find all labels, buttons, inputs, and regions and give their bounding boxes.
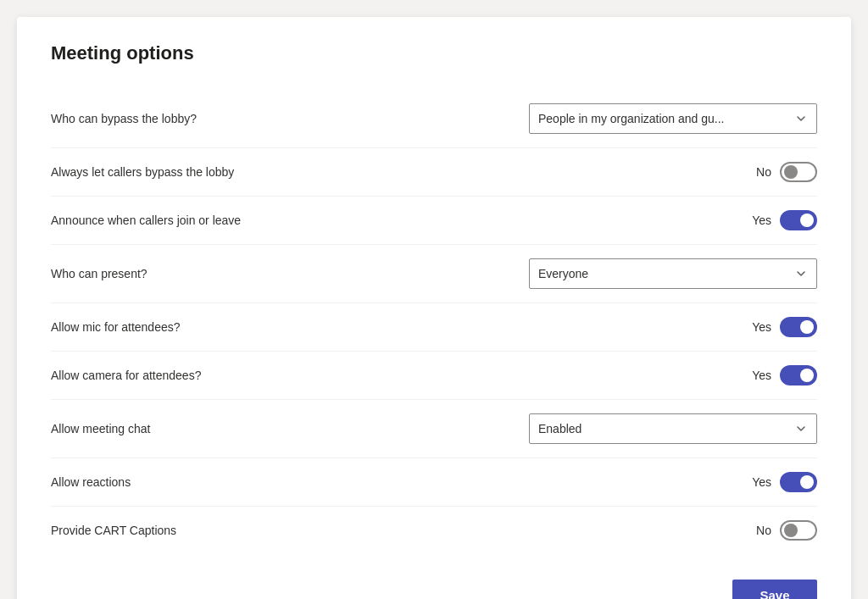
option-control-allow-mic: Yes xyxy=(495,317,817,337)
option-row-always-bypass: Always let callers bypass the lobby No xyxy=(51,148,817,197)
save-button[interactable]: Save xyxy=(732,580,817,599)
toggle-label-announce-callers: Yes xyxy=(752,214,771,227)
bypass-lobby-value: People in my organization and gu... xyxy=(538,112,724,125)
toggle-label-allow-mic: Yes xyxy=(752,320,771,334)
option-row-bypass-lobby: Who can bypass the lobby? People in my o… xyxy=(51,90,817,148)
option-label-who-can-present: Who can present? xyxy=(51,267,147,280)
option-row-allow-mic: Allow mic for attendees? Yes xyxy=(51,303,817,352)
bypass-lobby-chevron-icon xyxy=(794,112,808,125)
cart-captions-thumb xyxy=(784,524,798,537)
toggle-label-allow-reactions: Yes xyxy=(752,475,771,489)
allow-reactions-thumb xyxy=(800,475,814,489)
option-label-allow-mic: Allow mic for attendees? xyxy=(51,320,181,334)
always-bypass-toggle[interactable] xyxy=(780,162,817,182)
who-can-present-value: Everyone xyxy=(538,267,588,280)
cart-captions-toggle[interactable] xyxy=(780,520,817,541)
allow-mic-thumb xyxy=(800,320,814,334)
option-label-always-bypass: Always let callers bypass the lobby xyxy=(51,165,234,179)
option-label-cart-captions: Provide CART Captions xyxy=(51,524,176,537)
option-row-announce-callers: Announce when callers join or leave Yes xyxy=(51,197,817,245)
who-can-present-chevron-icon xyxy=(794,267,808,280)
always-bypass-track xyxy=(780,162,817,182)
always-bypass-thumb xyxy=(784,165,798,179)
toggle-label-cart-captions: No xyxy=(756,524,771,537)
bypass-lobby-dropdown[interactable]: People in my organization and gu... xyxy=(529,103,817,134)
page-title: Meeting options xyxy=(51,42,817,64)
meeting-chat-chevron-icon xyxy=(794,422,808,435)
allow-camera-thumb xyxy=(800,369,814,382)
option-control-bypass-lobby: People in my organization and gu... xyxy=(495,103,817,134)
allow-mic-track xyxy=(780,317,817,337)
option-control-allow-camera: Yes xyxy=(495,365,817,385)
option-control-always-bypass: No xyxy=(495,162,817,182)
option-control-cart-captions: No xyxy=(495,520,817,541)
option-label-meeting-chat: Allow meeting chat xyxy=(51,422,151,435)
footer: Save xyxy=(51,580,817,599)
announce-callers-toggle[interactable] xyxy=(780,210,817,230)
who-can-present-dropdown[interactable]: Everyone xyxy=(529,258,817,289)
meeting-options-panel: Meeting options Who can bypass the lobby… xyxy=(17,17,851,599)
option-row-meeting-chat: Allow meeting chat Enabled xyxy=(51,400,817,458)
option-row-allow-reactions: Allow reactions Yes xyxy=(51,458,817,507)
allow-reactions-toggle[interactable] xyxy=(780,472,817,492)
meeting-chat-dropdown[interactable]: Enabled xyxy=(529,413,817,444)
options-list: Who can bypass the lobby? People in my o… xyxy=(51,90,817,554)
option-row-who-can-present: Who can present? Everyone xyxy=(51,245,817,303)
allow-reactions-track xyxy=(780,472,817,492)
toggle-label-allow-camera: Yes xyxy=(752,369,771,382)
allow-camera-track xyxy=(780,365,817,385)
allow-camera-toggle[interactable] xyxy=(780,365,817,385)
option-control-who-can-present: Everyone xyxy=(495,258,817,289)
option-label-allow-camera: Allow camera for attendees? xyxy=(51,369,201,382)
option-control-announce-callers: Yes xyxy=(495,210,817,230)
option-row-cart-captions: Provide CART Captions No xyxy=(51,507,817,554)
announce-callers-track xyxy=(780,210,817,230)
cart-captions-track xyxy=(780,520,817,541)
toggle-label-always-bypass: No xyxy=(756,165,771,179)
option-label-announce-callers: Announce when callers join or leave xyxy=(51,214,241,227)
meeting-chat-value: Enabled xyxy=(538,422,581,435)
allow-mic-toggle[interactable] xyxy=(780,317,817,337)
announce-callers-thumb xyxy=(800,214,814,227)
option-control-allow-reactions: Yes xyxy=(495,472,817,492)
option-label-bypass-lobby: Who can bypass the lobby? xyxy=(51,112,197,125)
option-label-allow-reactions: Allow reactions xyxy=(51,475,131,489)
option-row-allow-camera: Allow camera for attendees? Yes xyxy=(51,352,817,400)
option-control-meeting-chat: Enabled xyxy=(495,413,817,444)
